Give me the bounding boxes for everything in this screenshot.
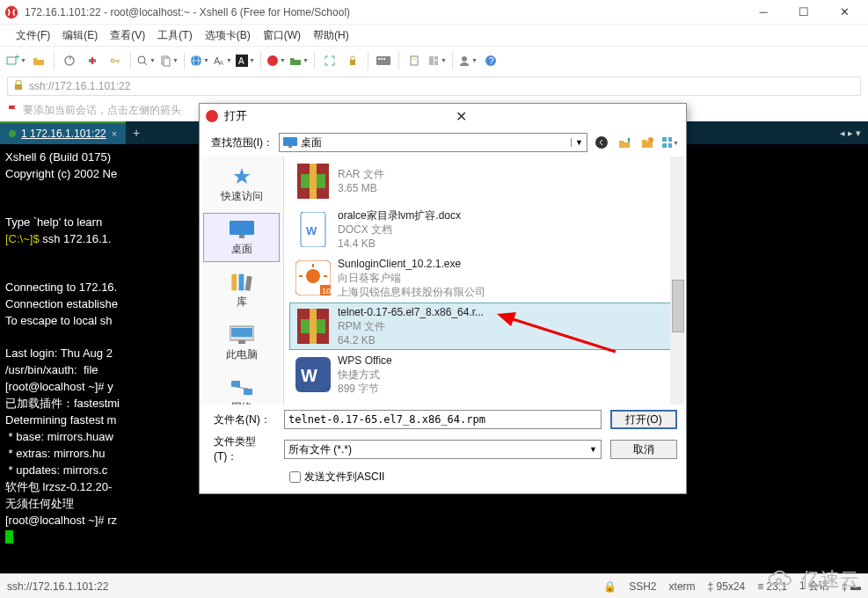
ftp-button[interactable]: ▼ (288, 50, 310, 71)
menu-view[interactable]: 查看(V) (110, 28, 145, 43)
svg-text:W: W (301, 366, 317, 385)
up-button[interactable] (616, 134, 633, 151)
open-button[interactable]: 打开(O) (610, 410, 677, 429)
desktop-icon (230, 219, 254, 240)
svg-rect-42 (668, 137, 672, 142)
new-session-button[interactable]: +▼ (5, 50, 26, 71)
file-item[interactable]: RAR 文件 3.65 MB (289, 157, 681, 205)
svg-rect-38 (288, 146, 292, 148)
view-button[interactable]: ▼ (661, 134, 679, 151)
svg-point-0 (5, 5, 18, 18)
computer-icon (230, 325, 254, 346)
filename-input[interactable] (284, 410, 602, 429)
place-quick-access[interactable]: 快速访问 (203, 160, 280, 209)
menu-window[interactable]: 窗口(W) (263, 28, 301, 43)
file-item[interactable]: W WPS Office 快捷方式 899 字节 (289, 351, 681, 398)
close-button[interactable]: ✕ (824, 0, 864, 25)
reconnect-button[interactable] (59, 50, 80, 71)
font-button[interactable]: AA▼ (212, 50, 233, 71)
svg-rect-43 (662, 143, 667, 148)
svg-rect-24 (381, 58, 383, 60)
svg-rect-21 (350, 60, 355, 65)
filetype-select[interactable]: 所有文件 (*.*)▼ (284, 440, 602, 459)
dialog-close-button[interactable]: ✕ (450, 108, 682, 125)
menu-tools[interactable]: 工具(T) (157, 28, 192, 43)
svg-text:10: 10 (322, 287, 331, 295)
place-computer[interactable]: 此电脑 (203, 318, 280, 368)
xshell-button[interactable]: ▼ (266, 50, 287, 71)
svg-line-10 (144, 62, 147, 65)
scrollbar-thumb[interactable] (672, 280, 684, 332)
file-item[interactable]: 10 SunloginClient_10.2.1.exe 向日葵客户端 上海贝锐… (289, 254, 681, 302)
wps-icon: W (295, 357, 331, 392)
svg-rect-52 (238, 340, 245, 344)
svg-point-31 (462, 56, 467, 62)
window-title-bar: 172.16.1.101:22 - root@localhost:~ - Xsh… (0, 0, 868, 25)
tab-close-button[interactable]: × (112, 128, 117, 139)
window-title: 172.16.1.101:22 - root@localhost:~ - Xsh… (25, 6, 743, 18)
svg-rect-34 (15, 84, 22, 90)
place-desktop[interactable]: 桌面 (203, 213, 280, 262)
svg-text:W: W (306, 224, 317, 237)
svg-point-39 (595, 136, 608, 149)
open-button[interactable] (28, 50, 49, 71)
key-button[interactable] (105, 50, 126, 71)
dialog-footer: 文件名(N)： 打开(O) 文件类型(T)： 所有文件 (*.*)▼ 取消 发送… (200, 405, 686, 493)
chevron-down-icon: ▼ (571, 138, 583, 147)
svg-text:+: + (15, 54, 19, 62)
menu-help[interactable]: 帮助(H) (313, 28, 349, 43)
new-folder-button[interactable] (638, 134, 656, 151)
search-button[interactable]: ▼ (135, 50, 157, 71)
svg-rect-70 (310, 309, 317, 344)
add-tab-button[interactable]: + (126, 121, 147, 144)
globe-button[interactable]: ▼ (189, 50, 210, 71)
keyboard-button[interactable] (373, 50, 394, 71)
svg-rect-48 (238, 273, 244, 290)
ascii-checkbox[interactable]: 发送文件到ASCII (289, 470, 677, 485)
back-button[interactable] (593, 134, 610, 151)
disconnect-button[interactable] (82, 50, 103, 71)
user-button[interactable]: ▼ (457, 50, 478, 71)
terminal-cursor (5, 530, 13, 543)
dialog-title-bar: 打开 ✕ (200, 104, 686, 128)
color-scheme-button[interactable]: A▼ (235, 50, 256, 71)
xshell-icon (4, 4, 19, 20)
svg-point-35 (777, 579, 781, 583)
svg-text:A: A (219, 59, 224, 67)
session-tab[interactable]: 1 172.16.1.101:22 × (0, 121, 126, 144)
svg-point-62 (306, 269, 320, 283)
sunlogin-icon: 10 (295, 260, 331, 295)
minimize-button[interactable]: ─ (743, 0, 784, 25)
highlight-button[interactable] (404, 50, 425, 71)
lock-button[interactable] (342, 50, 363, 71)
menu-file[interactable]: 文件(F) (16, 28, 50, 43)
filename-label: 文件名(N)： (208, 412, 275, 427)
copy-button[interactable]: ▼ (158, 50, 179, 71)
svg-rect-44 (668, 143, 672, 148)
file-item-selected[interactable]: telnet-0.17-65.el7_8.x86_64.r... RPM 文件 … (289, 303, 681, 350)
cancel-button[interactable]: 取消 (610, 440, 677, 459)
file-item[interactable]: W oralce家目录lvm扩容.docx DOCX 文档 14.4 KB (289, 206, 681, 253)
layout-button[interactable]: ▼ (427, 50, 448, 71)
svg-rect-45 (230, 221, 254, 235)
scope-label: 查找范围(I)： (207, 135, 274, 150)
fullscreen-button[interactable] (319, 50, 340, 71)
help-button[interactable]: ? (480, 50, 501, 71)
scope-combo[interactable]: 桌面 ▼ (279, 133, 587, 152)
menu-tabs[interactable]: 选项卡(B) (205, 28, 251, 43)
places-sidebar: 快速访问 桌面 库 此电脑 网络 (200, 157, 284, 405)
place-network[interactable]: 网络 (203, 371, 280, 405)
maximize-button[interactable]: ☐ (784, 0, 824, 25)
svg-rect-26 (411, 56, 418, 65)
menu-edit[interactable]: 编辑(E) (62, 28, 98, 43)
status-protocol: SSH2 (629, 580, 656, 593)
svg-rect-6 (111, 59, 114, 62)
file-list[interactable]: RAR 文件 3.65 MB W oralce家目录lvm扩容.docx DOC… (284, 157, 686, 405)
svg-rect-58 (310, 164, 317, 199)
place-library[interactable]: 库 (203, 266, 280, 315)
address-input[interactable]: ssh://172.16.1.101:22 (7, 77, 861, 96)
tab-extras[interactable]: ◂ ▸ ▾ (840, 121, 868, 144)
star-icon (230, 166, 254, 187)
svg-rect-22 (376, 56, 390, 65)
dialog-title: 打开 (224, 108, 445, 124)
